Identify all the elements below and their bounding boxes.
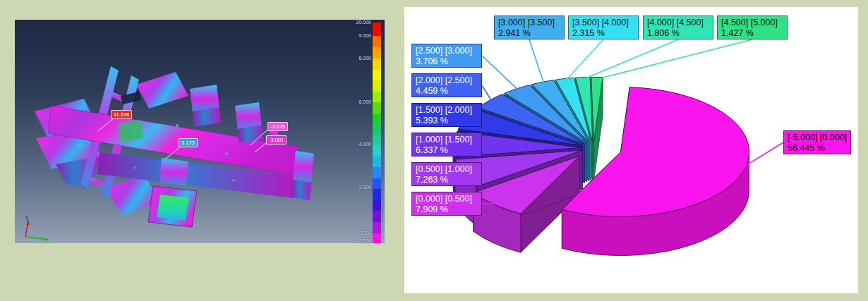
pie-label-range: [4.000] [4.500] [647,18,709,28]
pie-label-range: [2.000] [2.500] [416,75,478,86]
viewport-3d[interactable]: 11.536 3.173 -3.075 -3.001 20.000 9.000 … [15,20,385,243]
pie-label-value: 5.393 % [416,116,478,126]
pie-label-range: [4.500] [5.000] [721,18,783,28]
scale-segment [373,156,381,167]
scale-segment [373,36,381,47]
pie-label-value: 7.909 % [416,204,478,215]
pie-label: [3.000] [3.500]2.941 % [494,16,565,39]
pie-leader-line [482,85,492,102]
pie-label-value: 3.706 % [416,56,478,67]
pie-leader-line [565,39,603,80]
scale-segment [373,102,381,113]
scale-segment [373,222,381,233]
pie-label-value: 6.337 % [416,145,478,156]
pie-label-value: 2.941 % [498,28,560,39]
pie-label-range: [0.000] [0.500] [416,194,478,204]
scale-segment [373,23,381,36]
scale-tick: 20.000 [343,20,371,25]
pie-label-range: [1.500] [2.000] [416,105,478,116]
pie-leader-line [529,39,544,84]
scale-tick: 8.000 [343,56,371,61]
scale-segment [373,113,381,124]
scale-segment [373,47,381,59]
pie-label-value: 4.459 % [416,86,478,97]
color-scale-bar[interactable] [373,23,381,243]
pie-slice [591,77,603,180]
scale-segment [373,145,381,156]
scale-segment [373,200,381,211]
pie-label: [4.000] [4.500]1.806 % [643,16,713,39]
pie-label: [2.500] [3.000]3.706 % [411,44,482,68]
scale-tick: 2.000 [343,185,371,190]
pie-label-value: 1.427 % [721,28,783,39]
scale-segment [373,233,381,243]
pie-label-value: 56.445 % [788,143,847,154]
deviation-annotation[interactable]: 3.173 [179,138,198,147]
pie-label: [0.000] [0.500]7.909 % [411,192,482,216]
scale-segment [373,189,381,200]
scale-segment [373,70,381,80]
pie-label: [-5.000] [0.000]56.445 % [783,130,851,154]
scale-tick: 9.000 [343,33,371,39]
pie-label-range: [0.500] [1.000] [416,164,478,175]
scale-segment [373,92,381,102]
pie-label-range: [3.000] [3.500] [498,18,560,28]
scale-tick: -5.000 [343,238,371,244]
deviation-annotation[interactable]: -3.075 [267,122,288,131]
pie-label-value: 1.806 % [647,28,709,39]
deviation-model [15,20,385,243]
scale-segment [373,135,381,146]
scale-segment [373,80,381,92]
pie-chart-panel: [-5.000] [0.000]56.445 %[0.000] [0.500]7… [404,7,858,293]
pie-leader-line [597,39,752,79]
axis-triad-icon [25,216,49,241]
deviation-annotation[interactable]: 11.536 [111,110,132,119]
pie-label-range: [-5.000] [0.000] [788,133,847,143]
pie-label-value: 2.315 % [572,28,634,39]
pie-label: [0.500] [1.000]7.263 % [411,162,482,186]
pie-label-range: [3.500] [4.000] [572,18,634,28]
scale-segment [373,211,381,222]
scale-segment [373,167,381,178]
scale-tick: 0.000 [343,231,371,236]
scale-tick: 4.000 [343,142,371,147]
scale-tick: 6.000 [343,99,371,105]
deviation-annotation[interactable]: -3.001 [266,135,287,145]
pie-label-range: [1.000] [1.500] [416,135,478,145]
scale-segment [373,59,381,70]
pie-leader-line [482,56,519,90]
pie-label-value: 7.263 % [416,175,478,185]
scale-segment [373,178,381,189]
pie-label: [1.000] [1.500]6.337 % [411,133,482,156]
pie-label: [1.500] [2.000]5.393 % [411,103,482,127]
pie-label: [3.500] [4.000]2.315 % [568,16,639,39]
pie-label: [4.500] [5.000]1.427 % [717,16,788,39]
pie-label-range: [2.500] [3.000] [416,46,478,56]
scale-segment [373,124,381,135]
pie-leader-line [482,203,497,204]
pie-label: [2.000] [2.500]4.459 % [411,73,482,97]
